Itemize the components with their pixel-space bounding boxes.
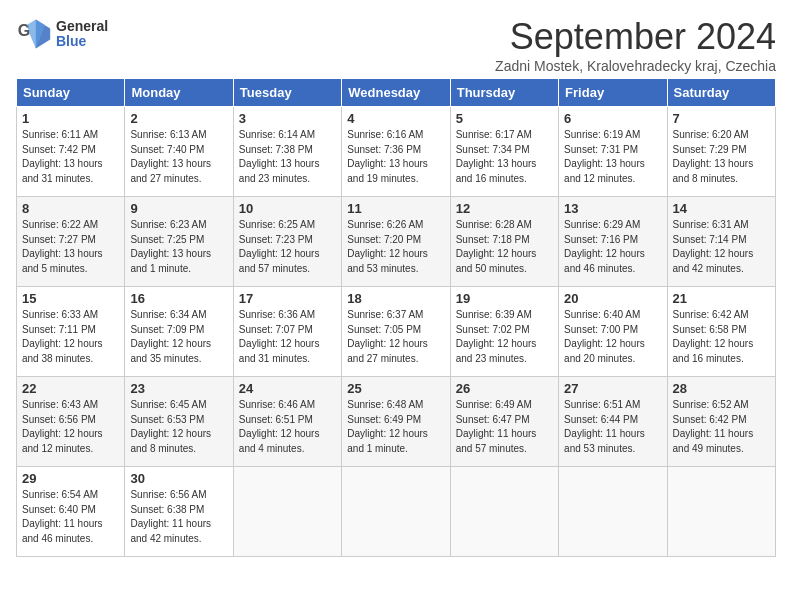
- calendar-cell-day-30: 30 Sunrise: 6:56 AM Sunset: 6:38 PM Dayl…: [125, 467, 233, 557]
- calendar-cell-day-10: 10 Sunrise: 6:25 AM Sunset: 7:23 PM Dayl…: [233, 197, 341, 287]
- day-number: 13: [564, 201, 661, 216]
- day-number: 8: [22, 201, 119, 216]
- day-info: Sunrise: 6:14 AM Sunset: 7:38 PM Dayligh…: [239, 128, 336, 186]
- calendar-week-1: 1 Sunrise: 6:11 AM Sunset: 7:42 PM Dayli…: [17, 107, 776, 197]
- calendar-cell-day-16: 16 Sunrise: 6:34 AM Sunset: 7:09 PM Dayl…: [125, 287, 233, 377]
- day-info: Sunrise: 6:20 AM Sunset: 7:29 PM Dayligh…: [673, 128, 770, 186]
- day-number: 18: [347, 291, 444, 306]
- subtitle: Zadni Mostek, Kralovehradecky kraj, Czec…: [495, 58, 776, 74]
- calendar-cell-day-4: 4 Sunrise: 6:16 AM Sunset: 7:36 PM Dayli…: [342, 107, 450, 197]
- day-info: Sunrise: 6:46 AM Sunset: 6:51 PM Dayligh…: [239, 398, 336, 456]
- calendar-week-5: 29 Sunrise: 6:54 AM Sunset: 6:40 PM Dayl…: [17, 467, 776, 557]
- day-info: Sunrise: 6:42 AM Sunset: 6:58 PM Dayligh…: [673, 308, 770, 366]
- calendar-cell-day-27: 27 Sunrise: 6:51 AM Sunset: 6:44 PM Dayl…: [559, 377, 667, 467]
- day-info: Sunrise: 6:16 AM Sunset: 7:36 PM Dayligh…: [347, 128, 444, 186]
- day-header-friday: Friday: [559, 79, 667, 107]
- calendar-cell-day-3: 3 Sunrise: 6:14 AM Sunset: 7:38 PM Dayli…: [233, 107, 341, 197]
- logo-icon: G: [16, 16, 52, 52]
- calendar-cell-day-7: 7 Sunrise: 6:20 AM Sunset: 7:29 PM Dayli…: [667, 107, 775, 197]
- calendar-cell-day-26: 26 Sunrise: 6:49 AM Sunset: 6:47 PM Dayl…: [450, 377, 558, 467]
- day-number: 24: [239, 381, 336, 396]
- month-title: September 2024: [495, 16, 776, 58]
- day-number: 29: [22, 471, 119, 486]
- calendar-cell-empty: [667, 467, 775, 557]
- day-number: 22: [22, 381, 119, 396]
- calendar-cell-day-23: 23 Sunrise: 6:45 AM Sunset: 6:53 PM Dayl…: [125, 377, 233, 467]
- calendar-cell-day-17: 17 Sunrise: 6:36 AM Sunset: 7:07 PM Dayl…: [233, 287, 341, 377]
- day-info: Sunrise: 6:33 AM Sunset: 7:11 PM Dayligh…: [22, 308, 119, 366]
- day-number: 21: [673, 291, 770, 306]
- day-info: Sunrise: 6:54 AM Sunset: 6:40 PM Dayligh…: [22, 488, 119, 546]
- logo-line2: Blue: [56, 34, 108, 49]
- day-info: Sunrise: 6:40 AM Sunset: 7:00 PM Dayligh…: [564, 308, 661, 366]
- day-header-thursday: Thursday: [450, 79, 558, 107]
- day-number: 23: [130, 381, 227, 396]
- calendar-cell-day-6: 6 Sunrise: 6:19 AM Sunset: 7:31 PM Dayli…: [559, 107, 667, 197]
- day-info: Sunrise: 6:37 AM Sunset: 7:05 PM Dayligh…: [347, 308, 444, 366]
- calendar-cell-empty: [233, 467, 341, 557]
- day-number: 12: [456, 201, 553, 216]
- day-number: 15: [22, 291, 119, 306]
- day-info: Sunrise: 6:25 AM Sunset: 7:23 PM Dayligh…: [239, 218, 336, 276]
- day-header-tuesday: Tuesday: [233, 79, 341, 107]
- day-number: 27: [564, 381, 661, 396]
- calendar-week-4: 22 Sunrise: 6:43 AM Sunset: 6:56 PM Dayl…: [17, 377, 776, 467]
- day-info: Sunrise: 6:34 AM Sunset: 7:09 PM Dayligh…: [130, 308, 227, 366]
- day-header-saturday: Saturday: [667, 79, 775, 107]
- day-info: Sunrise: 6:19 AM Sunset: 7:31 PM Dayligh…: [564, 128, 661, 186]
- calendar-cell-empty: [342, 467, 450, 557]
- calendar-cell-day-5: 5 Sunrise: 6:17 AM Sunset: 7:34 PM Dayli…: [450, 107, 558, 197]
- day-number: 7: [673, 111, 770, 126]
- day-number: 2: [130, 111, 227, 126]
- calendar: SundayMondayTuesdayWednesdayThursdayFrid…: [16, 78, 776, 557]
- calendar-week-2: 8 Sunrise: 6:22 AM Sunset: 7:27 PM Dayli…: [17, 197, 776, 287]
- day-number: 9: [130, 201, 227, 216]
- day-header-monday: Monday: [125, 79, 233, 107]
- day-info: Sunrise: 6:13 AM Sunset: 7:40 PM Dayligh…: [130, 128, 227, 186]
- day-number: 25: [347, 381, 444, 396]
- calendar-cell-day-28: 28 Sunrise: 6:52 AM Sunset: 6:42 PM Dayl…: [667, 377, 775, 467]
- calendar-cell-empty: [559, 467, 667, 557]
- day-number: 3: [239, 111, 336, 126]
- calendar-cell-day-22: 22 Sunrise: 6:43 AM Sunset: 6:56 PM Dayl…: [17, 377, 125, 467]
- day-number: 10: [239, 201, 336, 216]
- calendar-week-3: 15 Sunrise: 6:33 AM Sunset: 7:11 PM Dayl…: [17, 287, 776, 377]
- day-number: 6: [564, 111, 661, 126]
- calendar-cell-day-25: 25 Sunrise: 6:48 AM Sunset: 6:49 PM Dayl…: [342, 377, 450, 467]
- calendar-cell-day-13: 13 Sunrise: 6:29 AM Sunset: 7:16 PM Dayl…: [559, 197, 667, 287]
- day-info: Sunrise: 6:45 AM Sunset: 6:53 PM Dayligh…: [130, 398, 227, 456]
- day-info: Sunrise: 6:11 AM Sunset: 7:42 PM Dayligh…: [22, 128, 119, 186]
- day-number: 1: [22, 111, 119, 126]
- calendar-cell-day-19: 19 Sunrise: 6:39 AM Sunset: 7:02 PM Dayl…: [450, 287, 558, 377]
- calendar-cell-day-12: 12 Sunrise: 6:28 AM Sunset: 7:18 PM Dayl…: [450, 197, 558, 287]
- day-info: Sunrise: 6:56 AM Sunset: 6:38 PM Dayligh…: [130, 488, 227, 546]
- day-info: Sunrise: 6:39 AM Sunset: 7:02 PM Dayligh…: [456, 308, 553, 366]
- day-number: 17: [239, 291, 336, 306]
- day-info: Sunrise: 6:36 AM Sunset: 7:07 PM Dayligh…: [239, 308, 336, 366]
- calendar-cell-day-21: 21 Sunrise: 6:42 AM Sunset: 6:58 PM Dayl…: [667, 287, 775, 377]
- calendar-cell-day-24: 24 Sunrise: 6:46 AM Sunset: 6:51 PM Dayl…: [233, 377, 341, 467]
- day-info: Sunrise: 6:51 AM Sunset: 6:44 PM Dayligh…: [564, 398, 661, 456]
- day-info: Sunrise: 6:52 AM Sunset: 6:42 PM Dayligh…: [673, 398, 770, 456]
- calendar-cell-day-9: 9 Sunrise: 6:23 AM Sunset: 7:25 PM Dayli…: [125, 197, 233, 287]
- calendar-cell-day-1: 1 Sunrise: 6:11 AM Sunset: 7:42 PM Dayli…: [17, 107, 125, 197]
- calendar-cell-day-11: 11 Sunrise: 6:26 AM Sunset: 7:20 PM Dayl…: [342, 197, 450, 287]
- day-number: 11: [347, 201, 444, 216]
- day-info: Sunrise: 6:17 AM Sunset: 7:34 PM Dayligh…: [456, 128, 553, 186]
- day-info: Sunrise: 6:23 AM Sunset: 7:25 PM Dayligh…: [130, 218, 227, 276]
- calendar-header-row: SundayMondayTuesdayWednesdayThursdayFrid…: [17, 79, 776, 107]
- day-number: 30: [130, 471, 227, 486]
- calendar-cell-day-18: 18 Sunrise: 6:37 AM Sunset: 7:05 PM Dayl…: [342, 287, 450, 377]
- day-info: Sunrise: 6:49 AM Sunset: 6:47 PM Dayligh…: [456, 398, 553, 456]
- day-info: Sunrise: 6:29 AM Sunset: 7:16 PM Dayligh…: [564, 218, 661, 276]
- day-info: Sunrise: 6:48 AM Sunset: 6:49 PM Dayligh…: [347, 398, 444, 456]
- day-info: Sunrise: 6:22 AM Sunset: 7:27 PM Dayligh…: [22, 218, 119, 276]
- logo: G General Blue: [16, 16, 108, 52]
- day-number: 20: [564, 291, 661, 306]
- day-info: Sunrise: 6:31 AM Sunset: 7:14 PM Dayligh…: [673, 218, 770, 276]
- day-number: 5: [456, 111, 553, 126]
- day-info: Sunrise: 6:26 AM Sunset: 7:20 PM Dayligh…: [347, 218, 444, 276]
- calendar-cell-day-14: 14 Sunrise: 6:31 AM Sunset: 7:14 PM Dayl…: [667, 197, 775, 287]
- calendar-cell-day-8: 8 Sunrise: 6:22 AM Sunset: 7:27 PM Dayli…: [17, 197, 125, 287]
- calendar-cell-empty: [450, 467, 558, 557]
